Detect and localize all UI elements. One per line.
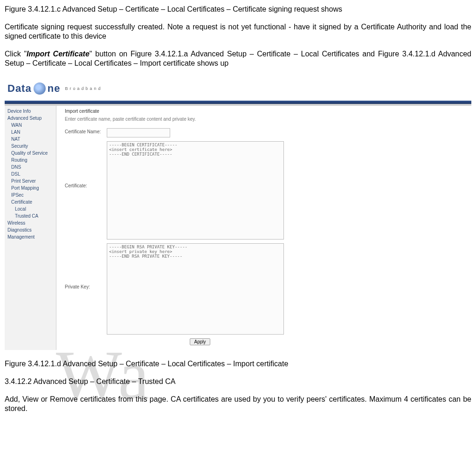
figure-ref-caption: Figure 3.4.12.1.c Advanced Setup – Certi… bbox=[5, 5, 471, 14]
sidebar-item[interactable]: Port Mapping bbox=[5, 185, 56, 192]
logo-text-ne: ne bbox=[48, 82, 61, 95]
sidebar-item[interactable]: Device Info bbox=[5, 108, 56, 115]
sidebar-item[interactable]: Print Server bbox=[5, 178, 56, 185]
content-pane: Import certificate Enter certificate nam… bbox=[56, 106, 471, 350]
section-heading-trusted-ca: 3.4.12.2 Advanced Setup – Certificate – … bbox=[5, 377, 471, 386]
logo: Data ne Broadband bbox=[7, 82, 102, 95]
logo-text-data: Data bbox=[7, 82, 32, 95]
content-title: Import certificate bbox=[65, 109, 467, 114]
content-description: Enter certificate name, paste certificat… bbox=[65, 116, 467, 122]
router-header: Data ne Broadband bbox=[5, 76, 471, 101]
label-private-key: Private Key: bbox=[65, 243, 107, 289]
sidebar-item[interactable]: IPSec bbox=[5, 192, 56, 199]
cert-name-input[interactable] bbox=[107, 128, 170, 137]
sidebar-item[interactable]: Security bbox=[5, 143, 56, 150]
sidebar-item[interactable]: DNS bbox=[5, 164, 56, 171]
sidebar-nav: Device InfoAdvanced SetupWANLANNATSecuri… bbox=[5, 106, 56, 350]
sidebar-item[interactable]: Wireless bbox=[5, 219, 56, 226]
sidebar-item[interactable]: LAN bbox=[5, 129, 56, 136]
header-shadow bbox=[5, 104, 471, 106]
logo-swirl-icon bbox=[34, 82, 46, 95]
sidebar-item[interactable]: WAN bbox=[5, 122, 56, 129]
sidebar-item[interactable]: Advanced Setup bbox=[5, 115, 56, 122]
sidebar-item[interactable]: Local bbox=[5, 205, 56, 212]
sidebar-item[interactable]: Diagnostics bbox=[5, 226, 56, 233]
label-certificate: Certificate: bbox=[65, 141, 107, 188]
label-cert-name: Certificate Name: bbox=[65, 128, 107, 134]
paragraph-success-note: Certificate signing request successfully… bbox=[5, 22, 471, 41]
apply-button[interactable]: Apply bbox=[190, 338, 210, 345]
certificate-textarea[interactable] bbox=[107, 141, 284, 240]
paragraph-trusted-ca-desc: Add, View or Remove certificates from th… bbox=[5, 395, 471, 413]
sidebar-item[interactable]: Certificate bbox=[5, 199, 56, 205]
private-key-textarea[interactable] bbox=[107, 243, 284, 335]
sidebar-item[interactable]: Routing bbox=[5, 157, 56, 164]
logo-subtext: Broadband bbox=[65, 86, 102, 91]
text-fragment: Click " bbox=[5, 50, 27, 58]
router-ui-screenshot: Data ne Broadband Device InfoAdvanced Se… bbox=[5, 76, 471, 350]
figure-caption-d: Figure 3.4.12.1.d Advanced Setup – Certi… bbox=[5, 359, 471, 369]
paragraph-click-instruction: Click "Import Certificate" button on Fig… bbox=[5, 49, 471, 68]
import-certificate-label: Import Certificate bbox=[27, 50, 90, 58]
sidebar-item[interactable]: DSL bbox=[5, 171, 56, 178]
sidebar-item[interactable]: NAT bbox=[5, 136, 56, 143]
sidebar-item[interactable]: Management bbox=[5, 233, 56, 240]
sidebar-item[interactable]: Trusted CA bbox=[5, 212, 56, 219]
sidebar-item[interactable]: Quality of Service bbox=[5, 150, 56, 157]
